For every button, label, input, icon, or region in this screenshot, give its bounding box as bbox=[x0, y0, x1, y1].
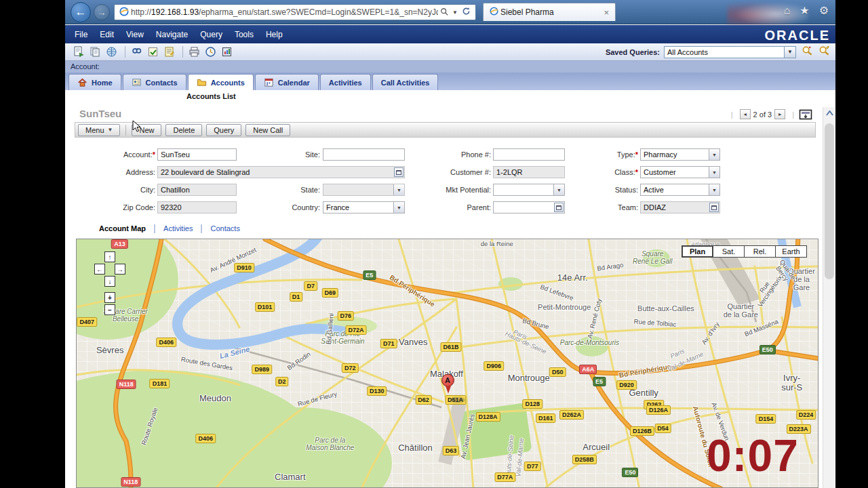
road-shield: D63 bbox=[443, 446, 460, 455]
settings-gear-icon[interactable]: ⚙ bbox=[819, 5, 829, 16]
browser-titlebar: ← → http://192.168.1.93/epharma_enu/star… bbox=[65, 0, 835, 24]
back-button[interactable]: ← bbox=[71, 2, 91, 22]
page-scrollbar[interactable] bbox=[823, 107, 835, 488]
field-account[interactable]: SunTseu bbox=[157, 148, 237, 161]
tab-activities[interactable]: Activities bbox=[320, 74, 371, 90]
account-form: Account:*SunTseuSite:Phone #:Type:*Pharm… bbox=[65, 146, 811, 216]
notes-icon[interactable] bbox=[162, 45, 176, 59]
query-button[interactable]: Query bbox=[206, 124, 241, 136]
refresh-icon[interactable] bbox=[462, 7, 471, 18]
field-label: Customer #: bbox=[410, 168, 491, 176]
tab-accounts[interactable]: Accounts bbox=[188, 74, 254, 90]
tab-close-icon[interactable]: × bbox=[601, 7, 611, 18]
subtab-contacts[interactable]: Contacts bbox=[202, 224, 248, 232]
tab-call-activities[interactable]: Call Activities bbox=[372, 74, 439, 90]
zoom-in-button[interactable]: + bbox=[104, 292, 115, 303]
browser-tab[interactable]: Siebel Pharma × bbox=[483, 3, 616, 21]
road-shield: D7 bbox=[304, 281, 318, 291]
field-state[interactable]: ▼ bbox=[323, 184, 405, 196]
field-value: Pharmacy bbox=[641, 150, 709, 159]
tab-calendar[interactable]: Calendar bbox=[255, 74, 319, 90]
map-label: Montrouge bbox=[508, 373, 550, 383]
forward-button[interactable]: → bbox=[94, 4, 110, 20]
clock-icon[interactable] bbox=[203, 45, 218, 59]
tab-label: Activities bbox=[329, 79, 362, 87]
field-mktpotential[interactable]: ▼ bbox=[493, 184, 565, 196]
saved-queries-select[interactable]: All Accounts bbox=[664, 46, 785, 58]
road-shield: D126A bbox=[646, 405, 671, 415]
subtab-activities[interactable]: Activities bbox=[155, 224, 201, 232]
scroll-up-icon[interactable] bbox=[823, 107, 835, 119]
copy-record-icon[interactable] bbox=[88, 45, 102, 59]
field-customer[interactable]: 1-2LQR bbox=[493, 166, 565, 178]
road-shield: A13 bbox=[111, 239, 128, 249]
field-city[interactable]: Chatillon bbox=[157, 184, 237, 196]
map-view-earth-button[interactable]: Earth bbox=[775, 245, 807, 258]
dropdown-icon[interactable]: ▼ bbox=[393, 202, 404, 213]
menu-view[interactable]: View bbox=[126, 30, 144, 39]
url-dropdown-icon[interactable]: ▼ bbox=[452, 9, 458, 16]
menu-edit[interactable]: Edit bbox=[100, 30, 114, 39]
map-view-plan-button[interactable]: Plan bbox=[682, 245, 713, 258]
pan-left-button[interactable]: ← bbox=[94, 264, 105, 274]
picker-icon[interactable] bbox=[394, 167, 403, 177]
dropdown-icon[interactable]: ▼ bbox=[393, 184, 404, 195]
picker-icon[interactable] bbox=[709, 203, 719, 212]
field-team[interactable]: DDIAZ bbox=[640, 201, 720, 214]
picker-icon[interactable] bbox=[554, 203, 564, 212]
scrollbar-thumb[interactable] bbox=[825, 123, 834, 279]
zoom-out-button[interactable]: − bbox=[104, 304, 115, 315]
map-view-sat-button[interactable]: Sat. bbox=[713, 245, 745, 258]
field-zipcode[interactable]: 92320 bbox=[157, 201, 237, 214]
saved-queries-dropdown-icon[interactable]: ▼ bbox=[785, 46, 796, 58]
dropdown-icon[interactable]: ▼ bbox=[709, 184, 719, 195]
new-call-button[interactable]: New Call bbox=[245, 124, 290, 136]
dropdown-icon[interactable]: ▼ bbox=[709, 149, 719, 160]
account-map[interactable]: SèvresMeudonClamartChâtillonMalakoffVanv… bbox=[76, 239, 818, 488]
find-icon[interactable] bbox=[130, 45, 144, 59]
menu-navigate[interactable]: Navigate bbox=[156, 30, 188, 39]
subtab-account-map[interactable]: Account Map bbox=[91, 224, 154, 232]
tab-home[interactable]: Home bbox=[68, 74, 121, 90]
dropdown-icon[interactable]: ▼ bbox=[553, 184, 564, 195]
toggle-layout-icon[interactable] bbox=[798, 108, 813, 120]
next-record-button[interactable]: ► bbox=[774, 109, 785, 119]
field-status[interactable]: Active▼ bbox=[640, 184, 720, 196]
field-country[interactable]: France▼ bbox=[323, 201, 405, 214]
field-label: Phone #: bbox=[410, 150, 491, 159]
delete-button[interactable]: Delete bbox=[165, 124, 202, 136]
task-check-icon[interactable] bbox=[146, 45, 160, 59]
menu-file[interactable]: File bbox=[75, 30, 87, 39]
menu-query[interactable]: Query bbox=[200, 30, 222, 39]
field-site[interactable] bbox=[323, 148, 405, 161]
field-type[interactable]: Pharmacy▼ bbox=[640, 148, 720, 161]
map-label: Square René Le Gall bbox=[633, 250, 672, 265]
pan-right-button[interactable]: → bbox=[115, 264, 125, 274]
tab-contacts[interactable]: Contacts bbox=[123, 74, 186, 90]
prev-record-button[interactable]: ◄ bbox=[740, 109, 751, 119]
menu-tools[interactable]: Tools bbox=[235, 30, 254, 39]
favorites-star-icon[interactable]: ★ bbox=[800, 5, 809, 16]
site-map-icon[interactable] bbox=[104, 45, 119, 59]
menu-button[interactable]: Menu▼ bbox=[78, 124, 120, 136]
map-view-rel-button[interactable]: Rel. bbox=[744, 245, 776, 258]
print-icon[interactable] bbox=[187, 45, 201, 59]
map-view-buttons: PlanSat.Rel.Earth bbox=[682, 245, 807, 258]
pan-up-button[interactable]: ↑ bbox=[104, 251, 115, 262]
field-phone[interactable] bbox=[493, 148, 565, 161]
field-parent[interactable] bbox=[493, 201, 565, 214]
field-class[interactable]: Customer▼ bbox=[640, 166, 720, 178]
form-row: Address:22 boulevard de StalingradCustom… bbox=[65, 163, 811, 181]
report-icon[interactable] bbox=[220, 45, 234, 59]
dropdown-icon[interactable]: ▼ bbox=[709, 167, 719, 178]
new-record-icon[interactable] bbox=[72, 45, 86, 59]
field-address[interactable]: 22 boulevard de Stalingrad bbox=[157, 166, 405, 178]
menu-help[interactable]: Help bbox=[266, 30, 283, 39]
search-icon[interactable] bbox=[440, 7, 448, 18]
refine-query-icon[interactable] bbox=[818, 45, 830, 58]
pan-down-button[interactable]: ↓ bbox=[104, 276, 115, 287]
address-bar[interactable]: http://192.168.1.93/epharma_enu/start.sw… bbox=[114, 4, 476, 20]
home-icon[interactable]: ⌂ bbox=[784, 5, 791, 16]
execute-query-icon[interactable] bbox=[802, 45, 813, 58]
map-marker-pin[interactable]: A bbox=[441, 373, 456, 394]
